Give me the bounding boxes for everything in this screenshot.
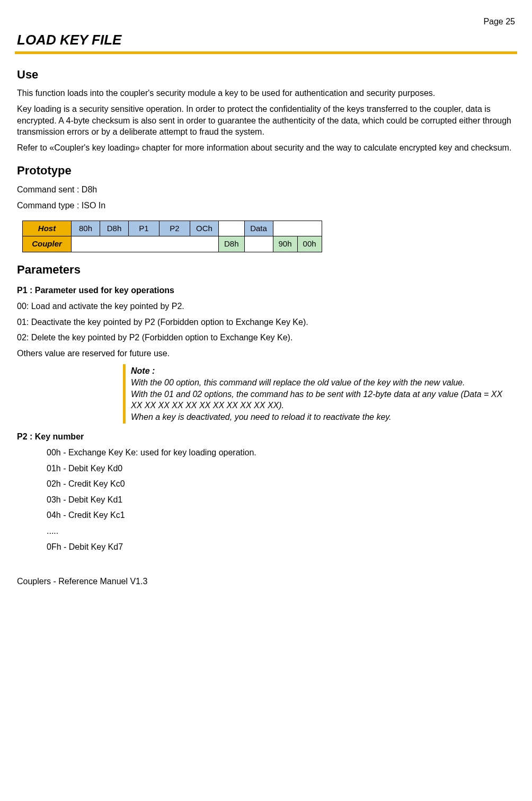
host-c3: P2 [159,221,190,236]
p1-00: 00: Load and activate the key pointed by… [17,301,515,312]
use-p1: This function loads into the coupler's s… [17,87,515,99]
list-item: 04h - Credit Key Kc1 [47,509,515,521]
table-row: Coupler D8h 90h 00h [23,236,322,252]
note-label: Note : [131,366,155,375]
coupler-c7: 90h [273,236,297,252]
coupler-c0 [72,236,219,252]
list-item: 01h - Debit Key Kd0 [47,463,515,474]
note-line-3: When a key is deactivated, you need to r… [131,412,392,421]
use-p2: Key loading is a security sensitive oper… [17,103,515,138]
title-rule [15,51,517,54]
cmd-sent: Command sent : D8h [17,184,515,196]
host-c0: 80h [72,221,100,236]
list-item: 02h - Credit Key Kc0 [47,478,515,490]
use-heading: Use [17,67,515,83]
coupler-c6 [244,236,273,252]
coupler-label: Coupler [23,236,72,252]
list-item: 00h - Exchange Key Ke: used for key load… [47,447,515,459]
prototype-table: Host 80h D8h P1 P2 OCh Data Coupler D8h … [22,221,322,252]
list-item: 03h - Debit Key Kd1 [47,494,515,506]
p2-heading: P2 : Key number [17,431,515,443]
host-c6: Data [244,221,273,236]
prototype-heading: Prototype [17,163,515,179]
host-c5 [219,221,245,236]
use-p3: Refer to «Coupler's key loading» chapter… [17,142,515,154]
parameters-heading: Parameters [17,262,515,278]
p1-02: 02: Delete the key pointed by P2 (Forbid… [17,332,515,344]
note-line-1: With the 00 option, this command will re… [131,378,465,387]
host-c1: D8h [100,221,129,236]
note-box: Note : With the 00 option, this command … [123,364,515,424]
coupler-c8: 00h [297,236,322,252]
host-c2: P1 [129,221,159,236]
table-row: Host 80h D8h P1 P2 OCh Data [23,221,322,236]
footer-text: Couplers - Reference Manuel V1.3 [17,576,515,587]
p1-heading: P1 : Parameter used for key operations [17,285,515,296]
host-c4: OCh [190,221,219,236]
host-c7 [273,221,322,236]
page-title: LOAD KEY FILE [17,31,515,50]
host-label: Host [23,221,72,236]
page-number: Page 25 [17,16,515,28]
list-item: 0Fh - Debit Key Kd7 [47,541,515,553]
cmd-type: Command type : ISO In [17,200,515,212]
p1-01: 01: Deactivate the key pointed by P2 (Fo… [17,316,515,328]
coupler-c5: D8h [219,236,245,252]
p1-others: Others value are reserved for future use… [17,348,515,359]
list-ellipsis: ..... [47,525,515,537]
note-line-2: With the 01 and 02 options, the command … [131,390,502,410]
key-list: 00h - Exchange Key Ke: used for key load… [47,447,515,552]
